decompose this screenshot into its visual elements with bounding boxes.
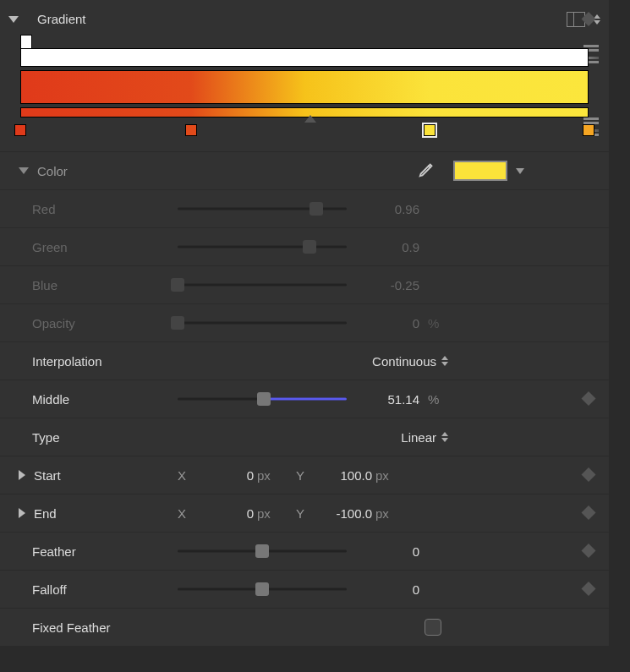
disclosure-triangle-icon[interactable] — [19, 508, 25, 518]
param-label: Blue — [8, 278, 178, 292]
param-unit: px — [372, 468, 397, 483]
axis-label: X — [178, 468, 194, 483]
interpolation-row: Interpolation Continuous — [0, 341, 609, 380]
type-select[interactable]: Linear — [347, 430, 448, 445]
opacity-slider[interactable] — [178, 314, 347, 331]
feather-slider[interactable] — [178, 543, 347, 560]
param-unit: % — [423, 316, 448, 331]
disclosure-triangle-icon[interactable] — [19, 167, 29, 174]
axis-label: Y — [296, 468, 313, 483]
slider-thumb[interactable] — [257, 392, 271, 406]
param-label: Color — [37, 164, 206, 178]
color-row: Color — [0, 151, 609, 189]
keyframe-icon[interactable] — [582, 12, 596, 26]
param-unit: px — [254, 506, 279, 521]
param-value[interactable]: 51.14 — [347, 392, 423, 407]
section-title: Gradient — [27, 12, 196, 26]
midpoint-handle[interactable] — [304, 115, 316, 123]
green-row: Green 0.9 — [0, 227, 609, 265]
color-stop-track[interactable] — [20, 117, 589, 136]
start-x-value[interactable]: 0 — [194, 468, 254, 483]
param-label: Fixed Feather — [8, 620, 178, 635]
slider-thumb[interactable] — [171, 316, 184, 330]
slider-thumb[interactable] — [310, 202, 323, 216]
fixed-feather-checkbox[interactable] — [425, 619, 441, 636]
param-label: Start — [34, 468, 178, 483]
green-slider[interactable] — [178, 238, 347, 255]
color-well[interactable] — [453, 161, 507, 181]
gradient-editor — [0, 38, 609, 151]
param-label: Middle — [8, 392, 178, 407]
keyframe-icon[interactable] — [582, 505, 596, 520]
chevron-down-icon[interactable] — [516, 168, 524, 174]
fixed-feather-row: Fixed Feather — [0, 608, 609, 646]
param-unit: px — [372, 506, 397, 521]
slider-thumb[interactable] — [303, 240, 316, 254]
param-value[interactable]: 0 — [347, 316, 423, 331]
param-value[interactable]: -0.25 — [347, 278, 423, 292]
red-slider[interactable] — [178, 200, 347, 217]
param-label: End — [34, 506, 178, 521]
slider-thumb[interactable] — [255, 544, 269, 558]
middle-row: Middle 51.14 % — [0, 380, 609, 418]
param-unit: px — [254, 468, 279, 483]
select-value: Continuous — [372, 354, 436, 369]
color-stop-handle[interactable] — [424, 124, 436, 136]
param-label: Type — [8, 430, 178, 445]
disclosure-triangle-icon[interactable] — [8, 16, 19, 23]
falloff-row: Falloff 0 — [0, 570, 609, 608]
keyframe-icon[interactable] — [582, 544, 596, 558]
opacity-row: Opacity 0 % — [0, 303, 609, 341]
param-label: Red — [8, 202, 178, 216]
red-row: Red 0.96 — [0, 189, 609, 227]
param-label: Falloff — [8, 582, 178, 597]
color-stop-handle[interactable] — [14, 124, 26, 136]
interpolation-select[interactable]: Continuous — [347, 354, 448, 369]
start-row: Start X 0 px Y 100.0 px — [0, 456, 609, 494]
feather-row: Feather 0 — [0, 532, 609, 570]
param-value[interactable]: 0 — [347, 544, 423, 559]
end-y-value[interactable]: -100.0 — [313, 506, 372, 521]
param-value[interactable]: 0 — [347, 582, 423, 597]
param-label: Green — [8, 240, 178, 254]
opacity-gradient-bar[interactable] — [20, 48, 589, 67]
middle-slider[interactable] — [178, 391, 347, 407]
param-label: Interpolation — [8, 354, 178, 369]
color-stop-handle[interactable] — [583, 124, 594, 136]
color-gradient-bar[interactable] — [20, 70, 589, 104]
slider-thumb[interactable] — [171, 278, 184, 292]
select-value: Linear — [401, 430, 436, 445]
keyframe-icon[interactable] — [582, 582, 596, 596]
keyframe-icon[interactable] — [582, 391, 596, 406]
param-label: Feather — [8, 544, 178, 559]
select-arrows-icon — [441, 356, 448, 366]
end-row: End X 0 px Y -100.0 px — [0, 494, 609, 532]
start-y-value[interactable]: 100.0 — [313, 468, 372, 483]
param-value[interactable]: 0.96 — [347, 202, 423, 216]
disclosure-triangle-icon[interactable] — [19, 470, 25, 480]
select-arrows-icon — [441, 432, 448, 442]
param-value[interactable]: 0.9 — [347, 240, 423, 254]
param-unit: % — [423, 392, 448, 407]
param-label: Opacity — [8, 316, 178, 331]
type-row: Type Linear — [0, 418, 609, 456]
falloff-slider[interactable] — [178, 581, 347, 598]
eyedropper-icon[interactable] — [418, 160, 436, 183]
end-x-value[interactable]: 0 — [194, 506, 254, 521]
gradient-header: Gradient — [0, 0, 609, 38]
axis-label: Y — [296, 506, 313, 521]
keyframe-icon[interactable] — [582, 467, 596, 482]
slider-thumb[interactable] — [255, 582, 269, 596]
axis-label: X — [178, 506, 194, 521]
color-stop-handle[interactable] — [185, 124, 197, 136]
blue-slider[interactable] — [178, 276, 347, 293]
blue-row: Blue -0.25 — [0, 265, 609, 303]
